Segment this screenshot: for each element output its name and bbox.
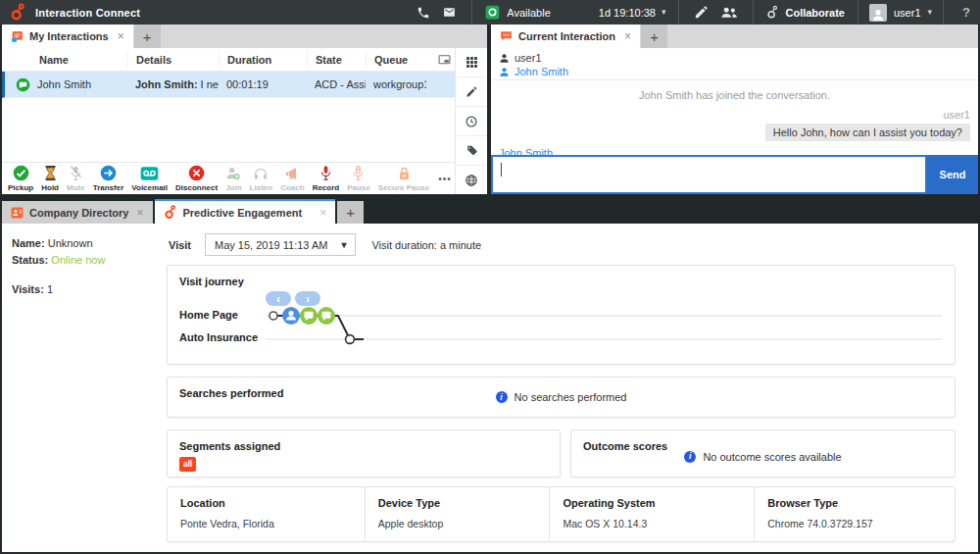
my-interactions-panel: My Interactions × + Name Details Duratio…: [2, 25, 487, 194]
chat-interaction-icon: [16, 77, 30, 92]
mute-button[interactable]: Mute: [63, 163, 89, 194]
detail-value: Chrome 74.0.3729.157: [767, 518, 955, 529]
message-sender: John Smith: [499, 147, 978, 155]
history-clock-icon[interactable]: [456, 107, 487, 136]
more-actions-button[interactable]: •••: [435, 174, 455, 184]
close-icon[interactable]: ×: [624, 29, 631, 43]
company-directory-icon: [11, 207, 24, 219]
dock-view-icon[interactable]: [426, 52, 455, 68]
visitor-info: Name: Unknown Status: Online now Visits:…: [12, 235, 105, 298]
visit-selector-row: Visit May 15, 2019 11:13 AM ▾ Visit dura…: [169, 233, 481, 256]
avatar: [869, 4, 887, 22]
info-icon: i: [496, 391, 508, 403]
visits-count: 1: [47, 283, 53, 295]
view-tools-strip: [455, 48, 487, 194]
detail-label: Location: [180, 497, 365, 509]
send-button[interactable]: Send: [927, 155, 978, 194]
join-button[interactable]: Join: [221, 163, 245, 194]
people-group-icon[interactable]: [714, 0, 744, 25]
device-type-column: Device Type Apple desktop: [365, 487, 550, 541]
cell-name: John Smith: [37, 78, 91, 90]
hold-hourglass-icon: [43, 165, 58, 181]
disconnect-button[interactable]: Disconnect: [172, 163, 221, 194]
detail-value: Mac OS X 10.14.3: [563, 518, 754, 529]
voicemail-mail-icon[interactable]: [436, 0, 463, 25]
segment-tag[interactable]: all: [179, 457, 196, 472]
record-mic-icon: [318, 165, 333, 181]
close-icon[interactable]: ×: [118, 29, 124, 43]
transfer-button[interactable]: Transfer: [89, 163, 128, 194]
visitor-environment-card: Location Ponte Vedra, Florida Device Typ…: [167, 486, 956, 542]
column-state[interactable]: State: [307, 52, 366, 68]
help-button[interactable]: ?: [953, 5, 980, 20]
pause-mic-icon: [351, 165, 366, 181]
agent-status-selector[interactable]: Available 1d 19:10:38 ▾: [481, 5, 669, 20]
add-tab-button[interactable]: +: [337, 201, 364, 224]
tab-predictive-engagement[interactable]: Predictive Engagement ×: [155, 199, 336, 224]
tab-label: Current Interaction: [518, 30, 615, 42]
outcomes-empty-state: i No outcome scores available: [571, 436, 955, 477]
collaborate-button[interactable]: Collaborate: [762, 5, 849, 20]
genesys-logo-icon: [10, 3, 26, 22]
empty-text: No searches performed: [514, 391, 627, 403]
add-tab-button[interactable]: +: [134, 25, 161, 48]
tab-company-directory[interactable]: Company Directory ×: [2, 201, 153, 224]
column-name[interactable]: Name: [2, 52, 127, 68]
secure-pause-button[interactable]: Secure Pause: [374, 163, 433, 194]
participant-agent[interactable]: user1: [499, 51, 970, 65]
coach-button[interactable]: Coach: [276, 163, 308, 194]
tab-label: My Interactions: [29, 30, 109, 42]
visit-detail-area: Visit May 15, 2019 11:13 AM ▾ Visit dura…: [167, 224, 956, 552]
collaborate-icon: [766, 5, 779, 20]
outcome-scores-card: Outcome scores i No outcome scores avail…: [570, 429, 956, 478]
tab-my-interactions[interactable]: My Interactions ×: [2, 25, 133, 48]
column-duration[interactable]: Duration: [219, 52, 307, 68]
pause-button[interactable]: Pause: [343, 163, 374, 194]
operating-system-column: Operating System Mac OS X 10.14.3: [549, 487, 754, 541]
hold-button[interactable]: Hold: [37, 163, 63, 194]
compose-icon[interactable]: [688, 0, 714, 25]
chevron-down-icon: ▾: [662, 8, 666, 17]
detail-value: Apple desktop: [378, 518, 550, 529]
detail-label: Device Type: [378, 497, 550, 509]
notes-pencil-icon[interactable]: [456, 77, 487, 107]
visit-date-value: May 15, 2019 11:13 AM: [215, 239, 327, 251]
interaction-command-toolbar: Pickup Hold Mute Transfer Voicemail Disc…: [2, 162, 455, 194]
coach-megaphone-icon: [284, 166, 300, 181]
tab-current-interaction[interactable]: Current Interaction ×: [491, 25, 640, 48]
bottom-tabbar: Company Directory × Predictive Engagemen…: [2, 201, 364, 224]
close-icon[interactable]: ×: [136, 206, 143, 220]
segments-assigned-card: Segments assigned all: [167, 429, 561, 478]
listen-headphones-icon: [253, 166, 269, 181]
user-name: user1: [894, 7, 921, 19]
participant-customer[interactable]: John Smith: [499, 65, 970, 78]
interaction-row-john-smith[interactable]: John Smith John Smith: I need so… 00:01:…: [2, 72, 455, 98]
column-queue[interactable]: Queue: [366, 52, 426, 68]
journey-timeline-graphic[interactable]: [266, 303, 942, 350]
status-label: Available: [507, 7, 550, 19]
visit-journey-card: Visit journey ‹ › Home Page Auto Insuran…: [167, 265, 956, 365]
grid-view-icon[interactable]: [456, 48, 487, 77]
visit-date-dropdown[interactable]: May 15, 2019 11:13 AM ▾: [205, 233, 356, 256]
add-tab-button[interactable]: +: [641, 25, 667, 48]
journey-row-label: Home Page: [179, 309, 238, 321]
column-details[interactable]: Details: [127, 52, 219, 68]
chat-participants: user1 John Smith: [491, 48, 978, 80]
participant-name: user1: [514, 52, 542, 64]
card-title: Visit journey: [179, 276, 244, 287]
listen-button[interactable]: Listen: [246, 163, 277, 194]
transfer-arrow-icon: [100, 165, 117, 181]
user-menu[interactable]: user1 ▾: [867, 4, 934, 22]
voicemail-icon: [140, 166, 159, 181]
close-icon[interactable]: ×: [319, 206, 326, 220]
cell-queue: workgroup1: [366, 78, 426, 90]
globe-icon[interactable]: [456, 166, 487, 194]
tag-icon[interactable]: [456, 136, 487, 166]
phone-icon[interactable]: [411, 0, 436, 25]
record-button[interactable]: Record: [309, 163, 344, 194]
voicemail-button[interactable]: Voicemail: [127, 163, 172, 194]
available-status-icon: [485, 5, 500, 20]
chevron-down-icon: ▾: [928, 8, 933, 17]
chat-message-input[interactable]: [491, 155, 927, 194]
pickup-button[interactable]: Pickup: [4, 163, 37, 194]
